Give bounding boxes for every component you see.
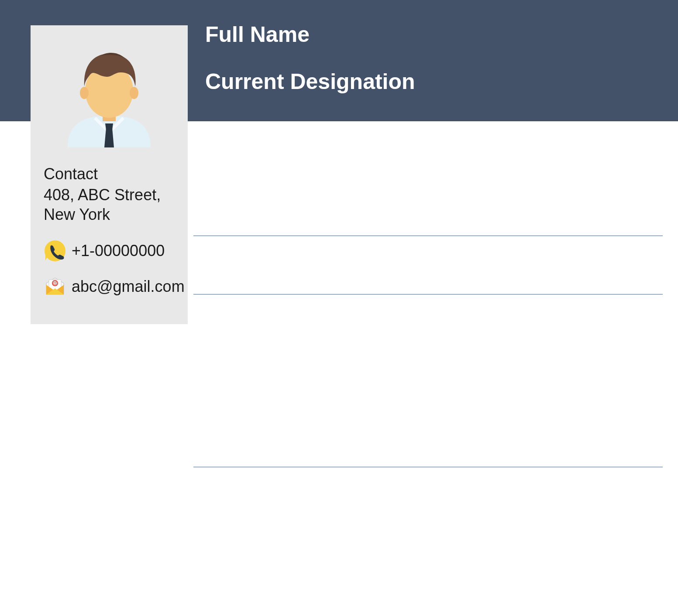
divider-3 bbox=[193, 467, 663, 467]
divider-1 bbox=[193, 236, 663, 236]
svg-point-2 bbox=[80, 87, 89, 99]
address-line-1: 408, ABC Street, bbox=[44, 186, 161, 204]
avatar-icon bbox=[59, 38, 159, 147]
current-designation: Current Designation bbox=[205, 69, 415, 94]
divider-2 bbox=[193, 294, 663, 294]
sidebar-card: Contact 408, ABC Street, New York +1-000… bbox=[31, 25, 188, 324]
phone-icon bbox=[44, 240, 66, 262]
phone-row: +1-00000000 bbox=[44, 240, 175, 262]
svg-point-3 bbox=[130, 87, 138, 99]
phone-value: +1-00000000 bbox=[72, 242, 165, 260]
contact-heading: Contact bbox=[44, 165, 175, 183]
email-row: @ abc@gmail.com bbox=[44, 275, 175, 298]
svg-text:@: @ bbox=[53, 281, 57, 286]
address: 408, ABC Street, New York bbox=[44, 185, 175, 224]
email-icon: @ bbox=[44, 275, 66, 298]
name-block: Full Name Current Designation bbox=[205, 22, 415, 94]
address-line-2: New York bbox=[44, 205, 110, 223]
email-value: abc@gmail.com bbox=[72, 277, 185, 296]
full-name: Full Name bbox=[205, 22, 415, 47]
